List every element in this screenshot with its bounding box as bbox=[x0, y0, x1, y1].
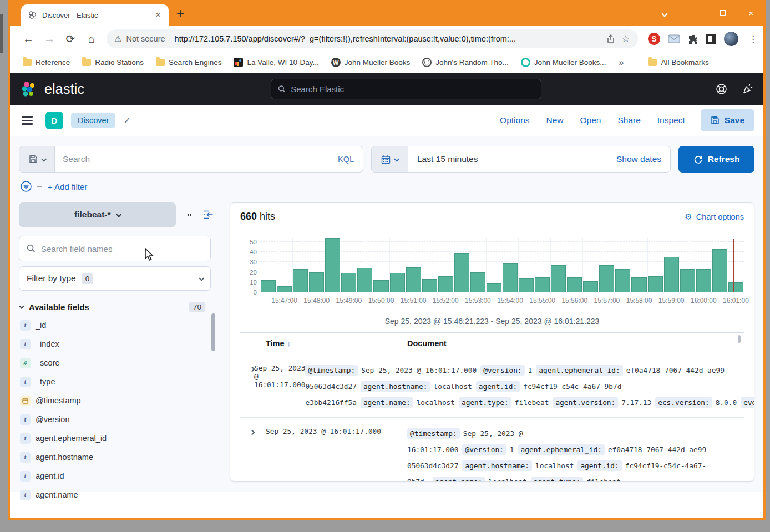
sort-descending-icon[interactable]: ↓ bbox=[287, 340, 291, 348]
histogram-bar[interactable] bbox=[583, 281, 598, 292]
field-item[interactable]: tagent.hostname bbox=[19, 448, 213, 467]
kql-query-input-wrap[interactable]: KQL bbox=[55, 146, 363, 172]
extension-shield-icon[interactable]: S bbox=[648, 33, 660, 45]
histogram-bar[interactable] bbox=[648, 276, 663, 292]
window-maximize-button[interactable] bbox=[708, 8, 737, 18]
news-feed-icon[interactable] bbox=[742, 83, 753, 95]
window-menu-icon[interactable] bbox=[650, 8, 679, 18]
save-button[interactable]: Save bbox=[701, 109, 754, 131]
browser-tab[interactable]: Discover - Elastic × bbox=[21, 4, 169, 26]
new-tab-button[interactable]: + bbox=[176, 6, 184, 21]
forward-icon[interactable]: → bbox=[40, 29, 59, 48]
doc-field-badge[interactable]: agent.id: bbox=[578, 460, 621, 471]
breadcrumb[interactable]: Discover bbox=[71, 113, 115, 128]
window-minimize-button[interactable]: — bbox=[679, 8, 708, 18]
field-item[interactable]: t_type bbox=[19, 372, 213, 391]
menu-link-options[interactable]: Options bbox=[500, 115, 529, 125]
field-item[interactable]: t@version bbox=[19, 410, 213, 429]
back-icon[interactable]: ← bbox=[19, 29, 38, 48]
field-item[interactable]: tagent.id bbox=[19, 467, 213, 485]
histogram-bar[interactable] bbox=[325, 238, 340, 292]
doc-field-badge[interactable]: agent.version: bbox=[553, 397, 618, 408]
expand-row-icon[interactable] bbox=[250, 362, 254, 411]
browser-menu-icon[interactable]: ⋮ bbox=[748, 33, 758, 45]
field-item[interactable]: tagent.name bbox=[19, 485, 213, 504]
histogram-bar[interactable] bbox=[615, 269, 630, 292]
field-search-input[interactable] bbox=[41, 244, 203, 254]
time-column-header[interactable]: Time ↓ bbox=[266, 339, 407, 348]
table-scrollbar[interactable] bbox=[738, 335, 741, 343]
time-range-value[interactable]: Last 15 minutes bbox=[417, 154, 616, 164]
bookmark-item[interactable]: John Mueller Books... bbox=[516, 55, 611, 69]
doc-field-badge[interactable]: agent.name: bbox=[433, 477, 485, 482]
histogram-bar[interactable] bbox=[373, 280, 388, 292]
field-search-box[interactable] bbox=[19, 236, 211, 261]
histogram-bar[interactable] bbox=[357, 268, 372, 292]
doc-field-badge[interactable]: @timestamp: bbox=[305, 365, 358, 376]
menu-link-open[interactable]: Open bbox=[580, 115, 601, 125]
doc-field-badge[interactable]: ecs.version: bbox=[655, 397, 712, 408]
bookmark-item[interactable]: Reference bbox=[18, 56, 75, 69]
doc-field-badge[interactable]: agent.type: bbox=[531, 477, 584, 482]
histogram-bar[interactable] bbox=[664, 257, 679, 292]
menu-link-inspect[interactable]: Inspect bbox=[657, 115, 685, 125]
elastic-logo[interactable]: elastic bbox=[20, 80, 84, 98]
bookmarks-overflow-icon[interactable]: » bbox=[614, 58, 630, 68]
histogram-bar[interactable] bbox=[631, 277, 646, 292]
bookmark-item[interactable]: La Valle, WI 10-Day... bbox=[229, 55, 323, 69]
histogram-bar[interactable] bbox=[406, 267, 421, 292]
add-filter-button[interactable]: + Add filter bbox=[48, 182, 87, 191]
sidebar-scrollbar[interactable] bbox=[211, 313, 215, 351]
index-pattern-switcher[interactable]: filebeat-* bbox=[19, 202, 176, 227]
help-icon[interactable] bbox=[716, 83, 727, 95]
histogram-bar[interactable] bbox=[341, 273, 356, 292]
doc-field-badge[interactable]: agent.name: bbox=[361, 397, 413, 408]
histogram-bar[interactable] bbox=[277, 286, 292, 292]
histogram-bar[interactable] bbox=[535, 277, 550, 292]
menu-link-new[interactable]: New bbox=[546, 115, 564, 125]
menu-hamburger-icon[interactable] bbox=[10, 105, 44, 136]
chart-options-button[interactable]: ⚙ Chart options bbox=[685, 212, 744, 222]
tab-close-icon[interactable]: × bbox=[153, 10, 163, 20]
reload-icon[interactable]: ⟳ bbox=[61, 29, 80, 48]
histogram-bar[interactable] bbox=[470, 272, 485, 292]
histogram-bar[interactable] bbox=[503, 263, 518, 292]
collapse-sidebar-icon[interactable] bbox=[203, 210, 213, 219]
bookmark-item[interactable]: Radio Stations bbox=[77, 56, 149, 69]
histogram-bar[interactable] bbox=[728, 282, 743, 292]
histogram-bar[interactable] bbox=[261, 280, 276, 292]
filter-by-type-dropdown[interactable]: Filter by type 0 bbox=[19, 266, 211, 291]
doc-field-badge[interactable]: @timestamp: bbox=[407, 428, 460, 439]
bookmark-item[interactable]: WJohn Mueller Books bbox=[326, 55, 416, 69]
histogram-bar[interactable] bbox=[454, 253, 469, 292]
security-label[interactable]: Not secure bbox=[126, 34, 165, 43]
profile-avatar[interactable] bbox=[724, 32, 738, 46]
date-picker-menu-button[interactable] bbox=[372, 146, 408, 172]
extensions-puzzle-icon[interactable] bbox=[688, 34, 698, 44]
histogram-bar[interactable] bbox=[390, 273, 405, 292]
space-avatar[interactable]: D bbox=[45, 112, 63, 129]
window-close-button[interactable]: × bbox=[737, 10, 766, 17]
bookmark-item[interactable]: John's Random Tho... bbox=[417, 55, 513, 69]
side-panel-icon[interactable] bbox=[706, 34, 716, 44]
doc-field-badge[interactable]: agent.id: bbox=[476, 381, 520, 392]
home-icon[interactable]: ⌂ bbox=[82, 29, 101, 48]
histogram-bar[interactable] bbox=[519, 278, 534, 292]
field-options-icon[interactable] bbox=[184, 214, 195, 216]
histogram-bar[interactable] bbox=[309, 272, 324, 292]
doc-field-badge[interactable]: @version: bbox=[480, 365, 524, 376]
doc-field-badge[interactable]: agent.type: bbox=[459, 397, 511, 408]
field-item[interactable]: #_score bbox=[19, 353, 213, 372]
histogram-bar[interactable] bbox=[293, 269, 308, 292]
refresh-button[interactable]: Refresh bbox=[678, 146, 754, 173]
histogram-bar[interactable] bbox=[567, 277, 582, 292]
doc-field-badge[interactable]: agent.hostname: bbox=[361, 381, 430, 392]
histogram-bar[interactable] bbox=[551, 265, 566, 292]
doc-field-badge[interactable]: agent.ephemeral_id: bbox=[536, 365, 622, 376]
available-fields-header[interactable]: Available fields 70 bbox=[20, 302, 213, 312]
doc-field-badge[interactable]: agent.hostname: bbox=[462, 460, 532, 471]
bookmark-star-icon[interactable]: ☆ bbox=[621, 33, 630, 45]
saved-query-menu-button[interactable] bbox=[19, 146, 55, 172]
all-bookmarks-button[interactable]: All Bookmarks bbox=[643, 56, 713, 69]
doc-field-badge[interactable]: @version: bbox=[462, 444, 506, 455]
